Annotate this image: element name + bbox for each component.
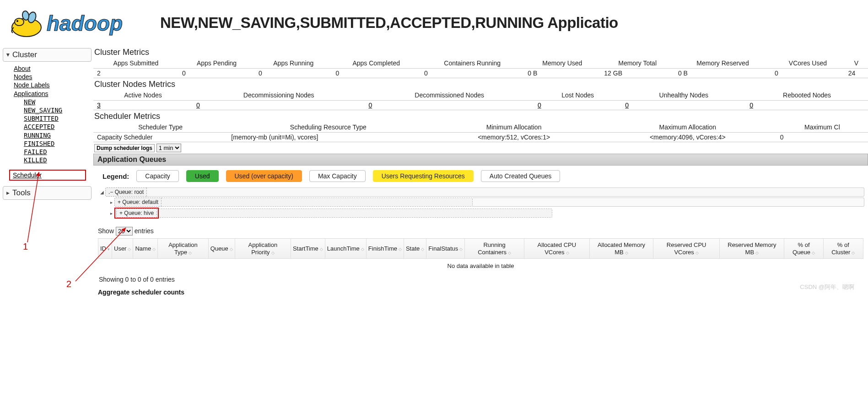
watermark: CSDN @阿年、嗯啊: [800, 283, 854, 291]
col-queue[interactable]: Queue◇: [208, 239, 235, 259]
sidebar-link-nodes[interactable]: Nodes: [14, 73, 92, 81]
col-res-vcores[interactable]: Reserved CPU VCores◇: [653, 239, 720, 259]
sort-icon: ◇: [421, 247, 424, 252]
sidebar-link-about[interactable]: About: [14, 64, 92, 73]
hadoop-logo: hadoop: [5, 2, 160, 43]
col-launchtime[interactable]: LaunchTime◇: [325, 239, 366, 259]
th: Rebooted Nodes: [746, 90, 868, 101]
td: 0: [534, 101, 621, 110]
queue-bar: [147, 187, 864, 197]
th-containers-running: Containers Running: [421, 58, 524, 69]
sidebar-group-tools[interactable]: Tools: [3, 186, 92, 200]
nodes-metrics-table: Active Nodes Decommissioning Nodes Decom…: [93, 90, 868, 110]
legend-capacity: Capacity: [136, 170, 178, 182]
entries-select[interactable]: 20: [116, 227, 133, 235]
sidebar-link-new-saving[interactable]: NEW_SAVING: [24, 106, 92, 114]
sidebar-link-accepted[interactable]: ACCEPTED: [24, 123, 92, 131]
sidebar-link-scheduler[interactable]: Scheduler: [13, 171, 42, 179]
td: [memory-mb (unit=Mi), vcores]: [227, 133, 429, 142]
td: 3: [93, 101, 193, 110]
queue-hive-highlight: + Queue: hive: [114, 208, 159, 219]
th-apps-running: Apps Running: [255, 58, 332, 69]
sidebar-link-failed[interactable]: FAILED: [24, 148, 92, 156]
queue-symbol: +: [118, 199, 121, 205]
tree-toggle-icon[interactable]: ▸: [108, 211, 114, 216]
sidebar-link-running[interactable]: RUNNING: [24, 131, 92, 139]
td: 0: [255, 69, 332, 78]
tree-toggle-icon[interactable]: ◢: [99, 190, 105, 195]
decommissioned-nodes-link[interactable]: 0: [368, 102, 372, 109]
col-finishtime[interactable]: FinishTime◇: [366, 239, 404, 259]
legend-auto-created: Auto Created Queues: [481, 170, 560, 182]
sidebar-link-applications[interactable]: Applications: [14, 90, 92, 98]
sidebar: Cluster About Nodes Node Labels Applicat…: [0, 45, 92, 296]
sort-icon: ◇: [459, 247, 463, 252]
sidebar-link-finished[interactable]: FINISHED: [24, 139, 92, 148]
empty-table-msg: No data available in table: [98, 259, 863, 273]
show-entries: Show 20 entries: [98, 227, 863, 235]
legend-users-requesting: Users Requesting Resources: [373, 170, 474, 182]
scheduler-metrics-title: Scheduler Metrics: [94, 112, 868, 121]
sidebar-group-cluster[interactable]: Cluster: [3, 48, 92, 62]
nodes-metrics-title: Cluster Nodes Metrics: [94, 80, 868, 89]
sort-icon: ◇: [230, 247, 233, 252]
svg-point-1: [15, 18, 24, 26]
page-title: NEW,NEW_SAVING,SUBMITTED,ACCEPTED,RUNNIN…: [160, 14, 618, 32]
col-user[interactable]: User◇: [112, 239, 133, 259]
sort-icon: ◇: [755, 251, 759, 255]
lost-nodes-link[interactable]: 0: [538, 102, 541, 109]
col-running-containers[interactable]: Running Containers◇: [465, 239, 524, 259]
th: Maximum Allocation: [599, 122, 776, 133]
th: Maximum Cl: [776, 122, 868, 133]
th-apps-completed: Apps Completed: [332, 58, 421, 69]
col-finalstatus[interactable]: FinalStatus◇: [426, 239, 465, 259]
legend-used: Used: [186, 170, 219, 182]
sidebar-link-submitted[interactable]: SUBMITTED: [24, 114, 92, 123]
sort-icon: ◇: [566, 251, 569, 255]
queue-symbol: .−: [108, 189, 113, 195]
sidebar-link-new[interactable]: NEW: [24, 98, 92, 106]
col-id[interactable]: ID▾: [98, 239, 112, 259]
active-nodes-link[interactable]: 3: [97, 102, 101, 109]
sort-icon: ◇: [508, 251, 511, 255]
col-starttime[interactable]: StartTime◇: [291, 239, 325, 259]
th: Decommissioned Nodes: [365, 90, 534, 101]
svg-text:hadoop: hadoop: [47, 11, 123, 35]
queue-default[interactable]: + Queue: default: [114, 198, 162, 207]
td: 0: [621, 101, 746, 110]
col-pct-cluster[interactable]: % of Cluster◇: [823, 239, 863, 259]
decommissioning-nodes-link[interactable]: 0: [196, 102, 200, 109]
sort-icon: ◇: [128, 247, 131, 252]
sidebar-link-killed[interactable]: KILLED: [24, 156, 92, 164]
queue-hive[interactable]: + Queue: hive: [116, 209, 157, 218]
col-pct-queue[interactable]: % of Queue◇: [784, 239, 823, 259]
sidebar-link-node-labels[interactable]: Node Labels: [14, 81, 92, 89]
dump-scheduler-logs-button[interactable]: Dump scheduler logs: [94, 144, 155, 152]
rebooted-nodes-link[interactable]: 0: [749, 102, 753, 109]
col-res-mem[interactable]: Reserved Memory MB◇: [720, 239, 784, 259]
td: 0 B: [674, 69, 771, 78]
col-app-type[interactable]: Application Type◇: [158, 239, 209, 259]
col-state[interactable]: State◇: [404, 239, 426, 259]
sort-icon: ◇: [625, 251, 628, 255]
table-footer: Showing 0 to 0 of 0 entries: [98, 273, 863, 286]
tree-toggle-icon[interactable]: ▸: [108, 200, 114, 205]
th-memory-reserved: Memory Reserved: [674, 58, 771, 69]
legend-label: Legend:: [102, 172, 129, 180]
show-label-pre: Show: [98, 227, 114, 235]
dump-duration-select[interactable]: 1 min: [156, 144, 181, 152]
th: Decommissioning Nodes: [193, 90, 365, 101]
queue-root[interactable]: .− Queue: root: [105, 187, 147, 197]
td: Capacity Scheduler: [93, 133, 227, 142]
sort-icon: ◇: [399, 247, 402, 252]
col-name[interactable]: Name◇: [133, 239, 158, 259]
td: 0: [365, 101, 534, 110]
td: 0: [332, 69, 421, 78]
col-alloc-vcores[interactable]: Allocated CPU VCores◇: [524, 239, 589, 259]
unhealthy-nodes-link[interactable]: 0: [625, 102, 629, 109]
cluster-metrics-table: Apps Submitted Apps Pending Apps Running…: [93, 58, 868, 78]
queue-label: Queue: default: [122, 199, 158, 205]
col-app-priority[interactable]: Application Priority◇: [235, 239, 291, 259]
show-label-post: entries: [135, 227, 154, 235]
col-alloc-mem[interactable]: Allocated Memory MB◇: [589, 239, 653, 259]
